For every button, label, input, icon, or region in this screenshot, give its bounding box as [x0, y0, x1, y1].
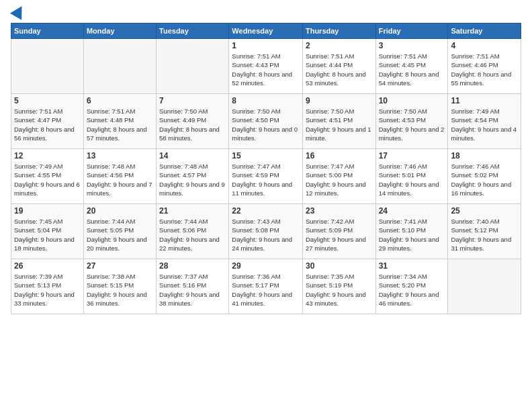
day-number: 8: [232, 96, 300, 105]
calendar-cell: 12Sunrise: 7:49 AMSunset: 4:55 PMDayligh…: [11, 149, 84, 204]
week-row-2: 5Sunrise: 7:51 AMSunset: 4:47 PMDaylight…: [11, 94, 521, 149]
week-row-4: 19Sunrise: 7:45 AMSunset: 5:04 PMDayligh…: [11, 204, 521, 259]
day-number: 12: [14, 151, 81, 161]
col-header-thursday: Thursday: [302, 24, 375, 39]
day-number: 24: [379, 206, 445, 216]
calendar-cell: 30Sunrise: 7:35 AMSunset: 5:19 PMDayligh…: [302, 259, 375, 314]
calendar-cell: 16Sunrise: 7:47 AMSunset: 5:00 PMDayligh…: [302, 149, 375, 204]
day-info: Sunrise: 7:51 AMSunset: 4:44 PMDaylight:…: [306, 52, 373, 87]
day-info: Sunrise: 7:50 AMSunset: 4:51 PMDaylight:…: [306, 107, 373, 142]
logo-triangle-icon: [10, 3, 28, 20]
calendar-cell: 9Sunrise: 7:50 AMSunset: 4:51 PMDaylight…: [302, 94, 375, 149]
day-number: 5: [14, 96, 81, 105]
calendar-cell: 31Sunrise: 7:34 AMSunset: 5:20 PMDayligh…: [375, 259, 448, 314]
day-number: 10: [379, 96, 445, 105]
day-number: 28: [159, 261, 226, 271]
day-info: Sunrise: 7:48 AMSunset: 4:56 PMDaylight:…: [87, 162, 153, 197]
col-header-tuesday: Tuesday: [157, 24, 229, 39]
day-number: 11: [451, 96, 518, 105]
day-number: 2: [306, 41, 373, 50]
calendar-cell: 3Sunrise: 7:51 AMSunset: 4:45 PMDaylight…: [375, 39, 448, 94]
col-header-sunday: Sunday: [11, 24, 84, 39]
day-info: Sunrise: 7:46 AMSunset: 5:02 PMDaylight:…: [451, 162, 518, 197]
day-info: Sunrise: 7:39 AMSunset: 5:13 PMDaylight:…: [14, 272, 81, 308]
calendar-cell: 10Sunrise: 7:50 AMSunset: 4:53 PMDayligh…: [375, 94, 448, 149]
day-number: 9: [306, 96, 373, 105]
day-info: Sunrise: 7:43 AMSunset: 5:08 PMDaylight:…: [232, 217, 300, 253]
day-info: Sunrise: 7:51 AMSunset: 4:48 PMDaylight:…: [87, 107, 153, 142]
calendar-cell: 26Sunrise: 7:39 AMSunset: 5:13 PMDayligh…: [11, 259, 84, 314]
day-info: Sunrise: 7:45 AMSunset: 5:04 PMDaylight:…: [14, 217, 81, 253]
calendar-cell: [83, 39, 156, 94]
calendar-cell: 18Sunrise: 7:46 AMSunset: 5:02 PMDayligh…: [448, 149, 521, 204]
day-number: 19: [14, 206, 81, 216]
day-number: 27: [87, 261, 153, 271]
calendar-cell: 29Sunrise: 7:36 AMSunset: 5:17 PMDayligh…: [229, 259, 303, 314]
calendar-cell: 4Sunrise: 7:51 AMSunset: 4:46 PMDaylight…: [448, 39, 521, 94]
calendar-cell: 21Sunrise: 7:44 AMSunset: 5:06 PMDayligh…: [157, 204, 229, 259]
calendar-cell: 6Sunrise: 7:51 AMSunset: 4:48 PMDaylight…: [83, 94, 156, 149]
calendar-cell: 8Sunrise: 7:50 AMSunset: 4:50 PMDaylight…: [229, 94, 303, 149]
logo: [11, 8, 26, 17]
day-info: Sunrise: 7:40 AMSunset: 5:12 PMDaylight:…: [451, 217, 518, 253]
calendar-cell: 7Sunrise: 7:50 AMSunset: 4:49 PMDaylight…: [157, 94, 229, 149]
col-header-saturday: Saturday: [448, 24, 521, 39]
page: SundayMondayTuesdayWednesdayThursdayFrid…: [0, 0, 532, 411]
day-number: 1: [232, 41, 300, 50]
day-info: Sunrise: 7:44 AMSunset: 5:06 PMDaylight:…: [159, 217, 226, 253]
day-info: Sunrise: 7:37 AMSunset: 5:16 PMDaylight:…: [159, 272, 226, 308]
day-number: 7: [159, 96, 226, 105]
day-info: Sunrise: 7:51 AMSunset: 4:47 PMDaylight:…: [14, 107, 81, 142]
day-info: Sunrise: 7:34 AMSunset: 5:20 PMDaylight:…: [379, 272, 445, 308]
calendar-cell: 20Sunrise: 7:44 AMSunset: 5:05 PMDayligh…: [83, 204, 156, 259]
calendar-cell: 22Sunrise: 7:43 AMSunset: 5:08 PMDayligh…: [229, 204, 303, 259]
calendar-cell: 5Sunrise: 7:51 AMSunset: 4:47 PMDaylight…: [11, 94, 84, 149]
day-info: Sunrise: 7:46 AMSunset: 5:01 PMDaylight:…: [379, 162, 445, 197]
calendar-cell: 13Sunrise: 7:48 AMSunset: 4:56 PMDayligh…: [83, 149, 156, 204]
col-header-friday: Friday: [375, 24, 448, 39]
calendar-cell: [11, 39, 84, 94]
day-number: 21: [159, 206, 226, 216]
day-info: Sunrise: 7:50 AMSunset: 4:50 PMDaylight:…: [232, 107, 300, 142]
calendar-cell: [157, 39, 229, 94]
calendar-cell: 28Sunrise: 7:37 AMSunset: 5:16 PMDayligh…: [157, 259, 229, 314]
calendar-header-row: SundayMondayTuesdayWednesdayThursdayFrid…: [11, 24, 521, 39]
day-number: 22: [232, 206, 300, 216]
day-number: 3: [379, 41, 445, 50]
day-info: Sunrise: 7:51 AMSunset: 4:45 PMDaylight:…: [379, 52, 445, 87]
calendar-cell: 25Sunrise: 7:40 AMSunset: 5:12 PMDayligh…: [448, 204, 521, 259]
day-number: 18: [451, 151, 518, 161]
day-number: 23: [306, 206, 373, 216]
day-info: Sunrise: 7:47 AMSunset: 4:59 PMDaylight:…: [232, 162, 300, 197]
day-info: Sunrise: 7:42 AMSunset: 5:09 PMDaylight:…: [306, 217, 373, 253]
calendar-cell: 15Sunrise: 7:47 AMSunset: 4:59 PMDayligh…: [229, 149, 303, 204]
col-header-monday: Monday: [83, 24, 156, 39]
day-number: 16: [306, 151, 373, 161]
calendar-cell: 14Sunrise: 7:48 AMSunset: 4:57 PMDayligh…: [157, 149, 229, 204]
day-number: 15: [232, 151, 300, 161]
day-number: 31: [379, 261, 445, 271]
week-row-5: 26Sunrise: 7:39 AMSunset: 5:13 PMDayligh…: [11, 259, 521, 314]
week-row-3: 12Sunrise: 7:49 AMSunset: 4:55 PMDayligh…: [11, 149, 521, 204]
day-info: Sunrise: 7:50 AMSunset: 4:49 PMDaylight:…: [159, 107, 226, 142]
day-info: Sunrise: 7:38 AMSunset: 5:15 PMDaylight:…: [87, 272, 153, 308]
day-number: 4: [451, 41, 518, 50]
day-number: 26: [14, 261, 81, 271]
day-info: Sunrise: 7:49 AMSunset: 4:54 PMDaylight:…: [451, 107, 518, 142]
calendar-cell: 19Sunrise: 7:45 AMSunset: 5:04 PMDayligh…: [11, 204, 84, 259]
day-info: Sunrise: 7:41 AMSunset: 5:10 PMDaylight:…: [379, 217, 445, 253]
day-info: Sunrise: 7:51 AMSunset: 4:43 PMDaylight:…: [232, 52, 300, 87]
calendar-cell: 1Sunrise: 7:51 AMSunset: 4:43 PMDaylight…: [229, 39, 303, 94]
calendar: SundayMondayTuesdayWednesdayThursdayFrid…: [11, 23, 521, 314]
col-header-wednesday: Wednesday: [229, 24, 303, 39]
day-number: 30: [306, 261, 373, 271]
day-info: Sunrise: 7:47 AMSunset: 5:00 PMDaylight:…: [306, 162, 373, 197]
day-info: Sunrise: 7:49 AMSunset: 4:55 PMDaylight:…: [14, 162, 81, 197]
calendar-cell: 17Sunrise: 7:46 AMSunset: 5:01 PMDayligh…: [375, 149, 448, 204]
day-info: Sunrise: 7:44 AMSunset: 5:05 PMDaylight:…: [87, 217, 153, 253]
calendar-cell: 24Sunrise: 7:41 AMSunset: 5:10 PMDayligh…: [375, 204, 448, 259]
day-number: 13: [87, 151, 153, 161]
week-row-1: 1Sunrise: 7:51 AMSunset: 4:43 PMDaylight…: [11, 39, 521, 94]
calendar-cell: 27Sunrise: 7:38 AMSunset: 5:15 PMDayligh…: [83, 259, 156, 314]
day-number: 20: [87, 206, 153, 216]
